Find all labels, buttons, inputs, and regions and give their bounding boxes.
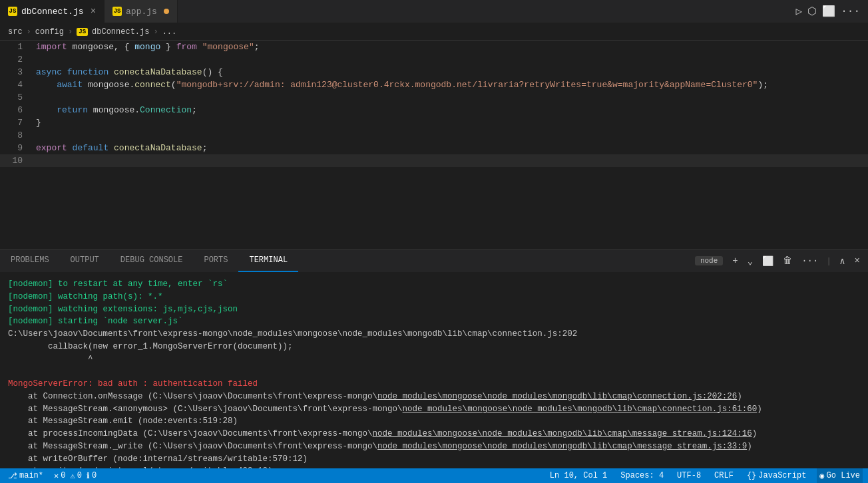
- panel-tab-output[interactable]: OUTPUT: [60, 249, 110, 272]
- terminal-stack-1: at Connection.onMessage (C:\Users\joaov\…: [8, 391, 860, 403]
- terminal-line-7: ^: [8, 353, 860, 366]
- line-content-8: [33, 129, 868, 142]
- code-area[interactable]: 1 import mongoose, { mongo } from "mongo…: [0, 41, 868, 167]
- encoding-label: UTF-8: [677, 471, 701, 480]
- line-num-6: 6: [0, 104, 33, 116]
- panel: PROBLEMS OUTPUT DEBUG CONSOLE PORTS TERM…: [0, 249, 868, 468]
- panel-tab-problems[interactable]: PROBLEMS: [0, 249, 60, 272]
- line-content-4: await mongoose.connect("mongodb+srv://ad…: [33, 79, 868, 91]
- status-position[interactable]: Ln 10, Col 1: [547, 468, 610, 483]
- breadcrumb-sep2: ›: [68, 27, 73, 37]
- breadcrumb-file[interactable]: dbConnect.js: [92, 27, 149, 37]
- breadcrumb-sep3: ›: [153, 27, 158, 37]
- editor[interactable]: 1 import mongoose, { mongo } from "mongo…: [0, 41, 868, 167]
- terminal-line-1: [nodemon] to restart at any time, enter …: [8, 278, 860, 291]
- tab-app[interactable]: JS app.js: [105, 0, 178, 23]
- panel-tab-actions: node + ⌄ ⬜ 🗑 ··· | ∧ ×: [695, 254, 868, 268]
- spaces-label: Spaces: 4: [620, 471, 664, 480]
- status-eol[interactable]: CRLF: [712, 468, 736, 483]
- line-content-10: [33, 154, 868, 167]
- live-label: Go Live: [827, 471, 860, 480]
- terminal-line-5: C:\Users\joaov\Documents\front\express-m…: [8, 328, 860, 341]
- panel-tab-ports[interactable]: PORTS: [193, 249, 238, 272]
- braces-icon: {}: [747, 471, 756, 480]
- tab-app-modified-dot: [164, 9, 169, 14]
- tab-bar: JS dbConnect.js × JS app.js ▷ ⬡ ⬜ ···: [0, 0, 868, 23]
- line-num-4: 4: [0, 79, 33, 91]
- maximize-panel-btn[interactable]: ∧: [837, 254, 847, 268]
- terminal-stack-3: at MessageStream.emit (node:events:519:2…: [8, 415, 860, 428]
- status-language[interactable]: {} JavaScript: [744, 468, 809, 483]
- delete-terminal-btn[interactable]: 🗑: [780, 254, 795, 267]
- status-bar: ⎇ main* ✕ 0 ⚠ 0 ℹ 0 Ln 10, Col 1 Spaces:…: [0, 468, 868, 483]
- tab-app-label: app.js: [126, 7, 157, 17]
- terminal-stack-6: at writeOrBuffer (node:internal/streams/…: [8, 453, 860, 466]
- line-num-2: 2: [0, 53, 33, 66]
- info-count: 0: [92, 471, 97, 480]
- more-icon[interactable]: ···: [841, 5, 860, 17]
- split-icon[interactable]: ⬜: [822, 5, 835, 18]
- tab-dbconnect-label: dbConnect.js: [21, 7, 84, 17]
- line-num-9: 9: [0, 142, 33, 154]
- status-go-live[interactable]: ◉ Go Live: [817, 468, 863, 483]
- status-spaces[interactable]: Spaces: 4: [618, 468, 666, 483]
- code-line-8: 8: [0, 129, 868, 142]
- live-icon: ◉: [819, 471, 824, 481]
- breadcrumb-sep1: ›: [27, 27, 31, 37]
- status-encoding[interactable]: UTF-8: [674, 468, 704, 483]
- panel-tab-debug-console[interactable]: DEBUG CONSOLE: [110, 249, 194, 272]
- git-branch-label: main*: [19, 471, 43, 480]
- tab-dbConnect[interactable]: JS dbConnect.js ×: [0, 0, 105, 23]
- split-terminal-btn[interactable]: ⬜: [760, 254, 776, 268]
- panel-tab-bar: PROBLEMS OUTPUT DEBUG CONSOLE PORTS TERM…: [0, 249, 868, 273]
- tab-dbconnect-close[interactable]: ×: [91, 6, 96, 17]
- code-line-7: 7 }: [0, 116, 868, 129]
- terminal-content[interactable]: [nodemon] to restart at any time, enter …: [0, 273, 868, 468]
- code-line-9: 9 export default conectaNaDatabase;: [0, 142, 868, 154]
- panel-sep: |: [826, 256, 831, 266]
- js-icon-dbconnect: JS: [8, 7, 17, 16]
- terminal-stack-2: at MessageStream.<anonymous> (C:\Users\j…: [8, 403, 860, 416]
- line-content-6: return mongoose.Connection;: [33, 104, 868, 116]
- tab-bar-actions: ▷ ⬡ ⬜ ···: [796, 5, 868, 18]
- terminal-dropdown-btn[interactable]: ⌄: [745, 254, 756, 268]
- terminal-line-3: [nodemon] watching extensions: js,mjs,cj…: [8, 303, 860, 316]
- language-label: {} JavaScript: [747, 471, 806, 480]
- warning-count: 0: [77, 471, 82, 480]
- debug-icon[interactable]: ⬡: [807, 5, 817, 18]
- code-line-3: 3 async function conectaNaDatabase() {: [0, 66, 868, 79]
- line-content-1: import mongoose, { mongo } from "mongoos…: [33, 41, 868, 53]
- code-line-10: 10: [0, 154, 868, 167]
- editor-container: 1 import mongoose, { mongo } from "mongo…: [0, 41, 868, 249]
- line-content-3: async function conectaNaDatabase() {: [33, 66, 868, 79]
- status-bar-right: Ln 10, Col 1 Spaces: 4 UTF-8 CRLF {} Jav…: [547, 468, 863, 483]
- breadcrumb-config[interactable]: config: [35, 27, 64, 37]
- code-line-1: 1 import mongoose, { mongo } from "mongo…: [0, 41, 868, 53]
- terminal-stack-4: at processIncomingData (C:\Users\joaov\D…: [8, 428, 860, 440]
- warning-icon: ⚠: [70, 471, 75, 481]
- close-panel-btn[interactable]: ×: [852, 254, 863, 267]
- info-icon: ℹ: [87, 471, 90, 481]
- run-icon[interactable]: ▷: [796, 5, 803, 18]
- terminal-error-main: MongoServerError: bad auth : authenticat…: [8, 378, 860, 391]
- line-num-3: 3: [0, 66, 33, 79]
- js-icon-app: JS: [112, 7, 122, 16]
- more-terminal-btn[interactable]: ···: [799, 254, 821, 267]
- eol-label: CRLF: [714, 471, 734, 480]
- breadcrumb-dots[interactable]: ...: [162, 27, 177, 37]
- terminal-line-2: [nodemon] watching path(s): *.*: [8, 291, 860, 303]
- line-content-2: [33, 53, 868, 66]
- breadcrumb-src[interactable]: src: [8, 27, 23, 37]
- line-num-5: 5: [0, 91, 33, 104]
- panel-tab-terminal[interactable]: TERMINAL: [238, 249, 298, 272]
- status-branch[interactable]: ⎇ main*: [5, 468, 46, 483]
- breadcrumb-js-icon: JS: [77, 28, 88, 36]
- breadcrumb: src › config › JS dbConnect.js › ...: [0, 23, 868, 41]
- code-line-6: 6 return mongoose.Connection;: [0, 104, 868, 116]
- error-icon: ✕: [54, 471, 59, 481]
- terminal-line-4: [nodemon] starting `node server.js`: [8, 315, 860, 328]
- add-terminal-btn[interactable]: +: [730, 254, 740, 267]
- line-num-1: 1: [0, 41, 33, 53]
- line-content-5: [33, 91, 868, 104]
- status-errors[interactable]: ✕ 0 ⚠ 0 ℹ 0: [51, 468, 99, 483]
